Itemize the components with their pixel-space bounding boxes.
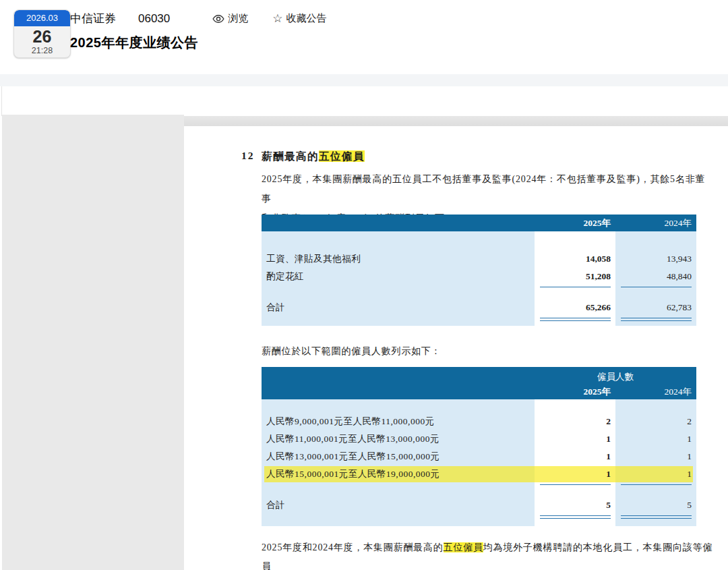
page-gap-band [184,116,728,126]
closing-paragraph-line1: 2025年度和2024年度，本集團薪酬最高的五位僱員均為境外子機構聘請的本地化員… [262,538,713,570]
remuneration-table: 2025年 2024年 工資、津貼及其他福利 14,058 13,943 酌定花… [262,215,696,326]
date-badge-month: 2026.03 [14,10,70,26]
double-rule [262,316,696,322]
remuneration-table-header: 2025年 2024年 [262,215,696,231]
highlighted-term: 五位僱員 [319,150,365,162]
section-number: 12 [241,150,262,164]
double-rule [262,514,696,519]
table-row: 人民幣9,000,001元至人民幣11,000,000元 2 2 [262,413,696,430]
headcount-table-body: 人民幣9,000,001元至人民幣11,000,000元 2 2 人民幣11,0… [262,399,696,526]
stock-code: 06030 [138,12,170,26]
company-name: 中信证券 [70,11,116,26]
star-icon: ☆ [272,13,282,24]
section-title: 薪酬最高的五位僱員 [262,150,365,164]
announcement-header: 2026.03 26 21:28 中信证券 06030 浏览 ☆ 收藏公告 20… [0,0,728,74]
table-row: 人民幣11,000,001元至人民幣13,000,000元 1 1 [262,430,696,448]
headcount-table: 僱員人數 2025年 2024年 人民幣9,000,001元至人民幣11,000… [262,367,696,526]
intro-paragraph-line1: 2025年度，本集團薪酬最高的五位員工不包括董事及監事(2024年：不包括董事及… [262,169,706,208]
col-header-2024: 2024年 [615,384,696,400]
date-badge: 2026.03 26 21:28 [13,9,71,58]
table-row: 工資、津貼及其他福利 14,058 13,943 [262,250,696,268]
highlighted-term: 五位僱員 [444,542,483,552]
total-row: 合計 5 5 [262,496,696,514]
section-heading: 12 薪酬最高的五位僱員 [241,150,365,164]
company-row: 中信证券 06030 浏览 ☆ 收藏公告 [70,11,327,26]
highlighted-table-row: 人民幣15,000,001元至人民幣19,000,000元 1 1 [262,465,696,483]
headcount-table-header: 僱員人數 2025年 2024年 [262,367,696,399]
view-button[interactable]: 浏览 [212,12,248,25]
group-header: 僱員人數 [535,370,696,384]
view-label: 浏览 [228,12,248,25]
eye-icon [212,14,224,24]
col-header-2025: 2025年 [535,215,615,231]
single-rule [262,285,696,291]
closing-paragraph: 2025年度和2024年度，本集團薪酬最高的五位僱員均為境外子機構聘請的本地化員… [262,538,713,570]
col-header-2024: 2024年 [615,215,696,231]
single-rule [262,483,696,488]
remuneration-table-body: 工資、津貼及其他福利 14,058 13,943 酌定花紅 51,208 48,… [262,231,696,326]
total-row: 合計 65,266 62,783 [262,299,696,316]
favorite-button[interactable]: ☆ 收藏公告 [272,12,326,25]
table-row: 人民幣13,000,001元至人民幣15,000,000元 1 1 [262,448,696,465]
date-badge-day: 26 [14,26,70,46]
date-badge-time: 21:28 [14,46,70,57]
favorite-label: 收藏公告 [286,12,327,25]
table-row: 酌定花紅 51,208 48,840 [262,268,696,285]
col-header-2025: 2025年 [535,384,615,400]
pdf-document-page: 12 薪酬最高的五位僱員 2025年度，本集團薪酬最高的五位員工不包括董事及監事… [184,126,728,570]
announcement-title: 2025年年度业绩公告 [70,34,198,52]
headcount-intro-text: 薪酬位於以下範圍的僱員人數列示如下： [262,343,441,360]
subheader-band [0,74,728,86]
viewer-left-panel [2,115,184,570]
